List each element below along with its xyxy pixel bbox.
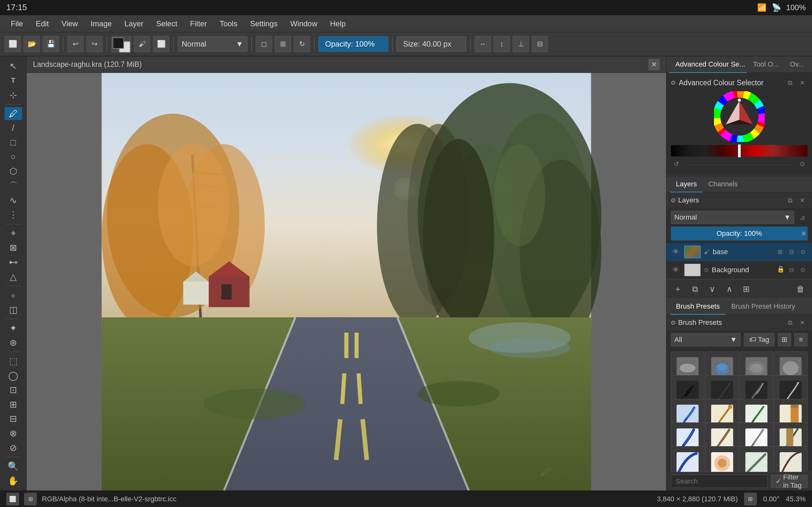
menu-window[interactable]: Window: [285, 17, 323, 30]
tool-transform[interactable]: ⊹: [4, 89, 22, 102]
tool-gradient[interactable]: ◫: [4, 303, 22, 316]
brush-search-input[interactable]: [671, 475, 768, 488]
tab-advanced-color[interactable]: Advanced Colour Se...: [669, 56, 747, 73]
color-panel-close-btn[interactable]: ✕: [797, 77, 808, 88]
layer-up-btn[interactable]: ∧: [722, 282, 736, 296]
layers-close-btn[interactable]: ✕: [797, 195, 808, 206]
layers-detach-btn[interactable]: ⧉: [785, 195, 796, 206]
new-document-btn[interactable]: ⬜: [4, 36, 21, 52]
layer-base-copy-btn[interactable]: ⊞: [775, 247, 785, 257]
tool-crop[interactable]: ⊠: [4, 241, 22, 255]
brush-item-18[interactable]: [705, 446, 739, 472]
open-file-btn[interactable]: 📂: [23, 36, 40, 52]
layer-props-btn[interactable]: ⊞: [740, 282, 753, 296]
statusbar-options-btn[interactable]: ⊞: [24, 493, 37, 505]
tool-bezier[interactable]: ⌒: [4, 179, 22, 193]
wrap-mode-btn[interactable]: ⬜: [153, 36, 169, 52]
layer-visibility-bg[interactable]: 👁: [671, 265, 681, 275]
tab-tool-options[interactable]: Tool O...: [747, 56, 783, 73]
menu-edit[interactable]: Edit: [30, 17, 55, 30]
opacity-control[interactable]: Opacity: 100%: [318, 37, 388, 52]
mirror-v-btn[interactable]: ↕: [494, 36, 510, 52]
brush-size-control[interactable]: Size: 40.00 px: [397, 37, 466, 52]
brush-category-select[interactable]: All ▼: [671, 333, 741, 346]
menu-select[interactable]: Select: [150, 17, 183, 30]
mirror-tool-btn[interactable]: ⊥: [513, 36, 529, 52]
color-panel-detach-btn[interactable]: ⧉: [785, 77, 796, 88]
menu-help[interactable]: Help: [324, 17, 351, 30]
brush-preset-btn[interactable]: 🖌: [134, 36, 150, 52]
color-reset-btn[interactable]: ↺: [671, 158, 681, 169]
delete-layer-btn[interactable]: 🗑: [794, 282, 808, 296]
tool-ellipse[interactable]: ○: [4, 151, 22, 164]
tab-overview[interactable]: Ov...: [783, 56, 809, 73]
tool-measure[interactable]: ⊷: [4, 256, 22, 269]
mirror-h-btn[interactable]: ↔: [474, 36, 491, 52]
color-fg-bg[interactable]: [111, 36, 131, 52]
menu-image[interactable]: Image: [85, 17, 118, 30]
color-options-btn[interactable]: ⊙: [797, 158, 808, 169]
brush-item-20[interactable]: [774, 446, 808, 472]
tool-contiguous-select[interactable]: ⊞: [4, 398, 22, 411]
blend-mode-dropdown[interactable]: Normal ▼: [671, 211, 794, 224]
tool-ellipse-select[interactable]: ◯: [4, 369, 22, 382]
tab-layers[interactable]: Layers: [670, 176, 703, 192]
tool-brush[interactable]: 🖊: [4, 107, 22, 120]
tool-line[interactable]: /: [4, 121, 22, 135]
tool-angle[interactable]: △: [4, 270, 22, 283]
blend-mode-select[interactable]: Normal ▼: [177, 37, 247, 52]
layer-down-btn[interactable]: ∨: [705, 282, 719, 296]
tool-polygon-select[interactable]: ⊡: [4, 383, 22, 397]
layer-filter-btn[interactable]: ⊿: [797, 212, 808, 223]
brush-grid-view-btn[interactable]: ≡: [794, 333, 808, 346]
save-file-btn[interactable]: 💾: [43, 36, 59, 52]
brush-item-17[interactable]: [671, 446, 705, 472]
tab-brush-history[interactable]: Brush Preset History: [725, 299, 801, 315]
tool-fill[interactable]: ⬦: [4, 289, 22, 302]
tool-text[interactable]: T: [4, 74, 22, 88]
tool-magnetic-select[interactable]: ⊘: [4, 441, 22, 454]
filter-in-tag-btn[interactable]: ✓ Filter in Tag: [771, 475, 808, 488]
tool-smart-patch[interactable]: ⊛: [4, 336, 22, 349]
menu-file[interactable]: File: [5, 17, 29, 30]
tool-transform2[interactable]: ⌖: [4, 227, 22, 240]
brush-tag-btn[interactable]: 🏷 Tag: [744, 333, 774, 346]
wrap-tool-btn[interactable]: ⊟: [531, 36, 548, 52]
menu-settings[interactable]: Settings: [244, 17, 283, 30]
statusbar-expand-btn[interactable]: ⬜: [6, 493, 19, 505]
tab-channels[interactable]: Channels: [703, 176, 744, 192]
layers-opacity-bar[interactable]: Opacity: 100% ≡: [671, 227, 808, 240]
tool-rect[interactable]: □: [4, 136, 22, 149]
tool-polygon[interactable]: ⬡: [4, 165, 22, 178]
tool-freehand[interactable]: ∿: [4, 193, 22, 207]
brush-list-view-btn[interactable]: ⊞: [778, 333, 791, 346]
fg-color-swatch[interactable]: [113, 38, 124, 49]
hue-gradient-bar[interactable]: [671, 145, 808, 157]
copy-layer-btn[interactable]: ⧉: [688, 282, 702, 296]
eraser-btn[interactable]: ◻: [256, 36, 272, 52]
canvas-area[interactable]: 🖊: [27, 73, 666, 491]
menu-tools[interactable]: Tools: [214, 17, 243, 30]
statusbar-zoom-btn[interactable]: ⊞: [744, 493, 757, 505]
tool-multibrush[interactable]: ⋮: [4, 208, 22, 222]
menu-filter[interactable]: Filter: [184, 17, 212, 30]
layer-row-base[interactable]: 👁 🖌 base ⊞ ⊟ ⊙: [666, 243, 812, 261]
layers-opacity-menu-btn[interactable]: ≡: [802, 229, 806, 238]
menu-layer[interactable]: Layer: [119, 17, 149, 30]
layer-bg-alpha-btn[interactable]: ⊟: [786, 265, 796, 275]
layer-base-more-btn[interactable]: ⊙: [798, 247, 808, 257]
tool-color-picker[interactable]: ✦: [4, 322, 22, 335]
layer-bg-more-btn[interactable]: ⊙: [798, 265, 808, 275]
tool-pan[interactable]: ✋: [4, 474, 22, 487]
brush-close-btn[interactable]: ✕: [797, 317, 808, 328]
brush-item-19[interactable]: [740, 446, 773, 472]
tab-brush-presets[interactable]: Brush Presets: [670, 299, 725, 315]
layer-row-background[interactable]: 👁 ⊙ Background 🔒 ⊟ ⊙: [666, 261, 812, 279]
reload-btn[interactable]: ↻: [294, 36, 310, 52]
tool-select[interactable]: ↖: [4, 60, 22, 73]
canvas-close-btn[interactable]: ✕: [648, 59, 660, 70]
tool-bezier-select[interactable]: ⊗: [4, 427, 22, 440]
color-wheel[interactable]: [714, 91, 765, 142]
layer-visibility-base[interactable]: 👁: [671, 247, 681, 257]
tool-similar-select[interactable]: ⊟: [4, 412, 22, 426]
